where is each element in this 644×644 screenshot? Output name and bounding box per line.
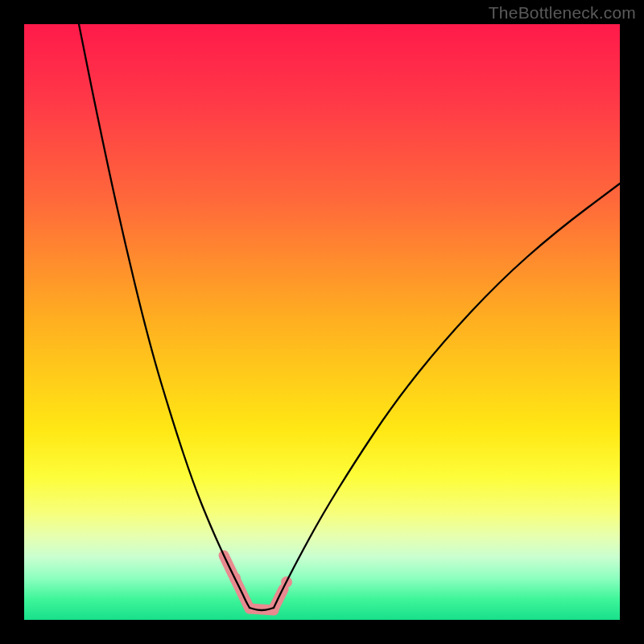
curve-right-curve xyxy=(274,184,620,608)
marker-layer xyxy=(224,555,292,610)
chart-frame: TheBottleneck.com xyxy=(0,0,644,644)
curve-left-curve xyxy=(77,24,250,608)
plot-area xyxy=(24,24,620,620)
curve-layer xyxy=(77,24,620,610)
watermark-text: TheBottleneck.com xyxy=(489,3,636,23)
plot-curves xyxy=(24,24,620,620)
